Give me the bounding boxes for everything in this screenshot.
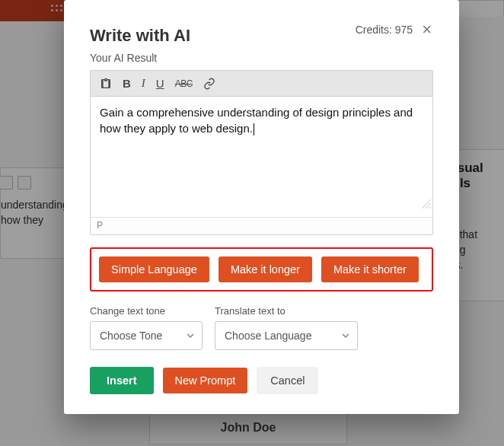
quick-actions-highlight: Simple Language Make it longer Make it s… bbox=[90, 247, 433, 291]
credits-value: 975 bbox=[395, 24, 413, 36]
cancel-button[interactable]: Cancel bbox=[257, 367, 318, 394]
strikethrough-icon[interactable]: ABC bbox=[175, 78, 193, 89]
chevron-down-icon bbox=[187, 330, 194, 342]
chevron-down-icon bbox=[342, 330, 349, 342]
tone-select-value: Choose Tone bbox=[100, 330, 162, 342]
language-select-value: Choose Language bbox=[225, 330, 311, 342]
editor: B I U ABC Gain a comprehensive understan… bbox=[90, 70, 433, 235]
editor-path-bar: P bbox=[91, 217, 432, 234]
italic-icon[interactable]: I bbox=[142, 77, 145, 90]
translate-label: Translate text to bbox=[215, 305, 358, 317]
make-it-longer-button[interactable]: Make it longer bbox=[219, 256, 312, 282]
modal-title: Write with AI bbox=[90, 26, 190, 46]
make-it-shorter-button[interactable]: Make it shorter bbox=[321, 256, 419, 282]
simple-language-button[interactable]: Simple Language bbox=[99, 256, 209, 282]
tone-select[interactable]: Choose Tone bbox=[90, 321, 203, 350]
bold-icon[interactable]: B bbox=[123, 77, 131, 90]
tone-label: Change text tone bbox=[90, 305, 203, 317]
insert-button[interactable]: Insert bbox=[90, 367, 154, 394]
editor-toolbar: B I U ABC bbox=[91, 71, 432, 97]
credits-label: Credits: 975 bbox=[356, 24, 413, 36]
close-icon[interactable]: × bbox=[420, 21, 433, 38]
underline-icon[interactable]: U bbox=[156, 77, 164, 90]
link-icon[interactable] bbox=[203, 78, 215, 90]
paste-icon[interactable] bbox=[100, 78, 112, 90]
result-subtitle: Your AI Result bbox=[90, 52, 433, 64]
new-prompt-button[interactable]: New Prompt bbox=[163, 368, 248, 393]
write-with-ai-modal: Write with AI Credits: 975 × Your AI Res… bbox=[64, 0, 459, 414]
editor-textarea[interactable]: Gain a comprehensive understanding of de… bbox=[91, 97, 432, 217]
language-select[interactable]: Choose Language bbox=[215, 321, 358, 350]
